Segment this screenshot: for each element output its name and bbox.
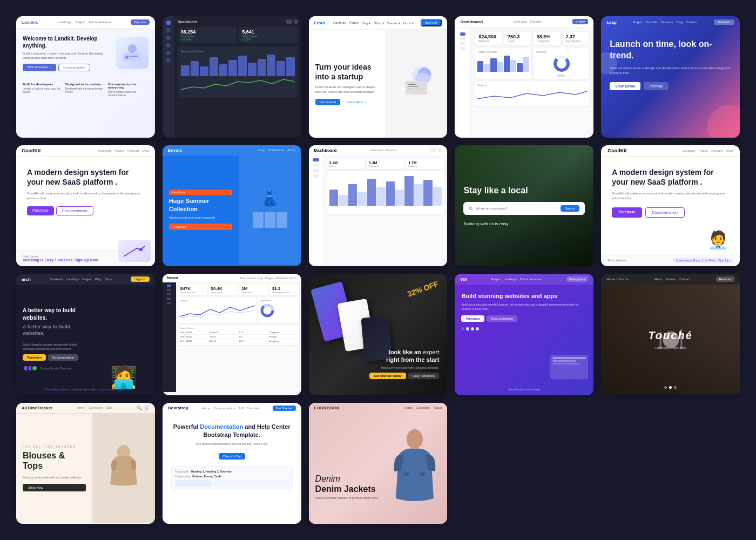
card-dashboard2[interactable]: Dashboard Overview Reports + New — [455, 16, 593, 138]
launch-menu-btn[interactable]: Portfolio — [714, 19, 734, 25]
card-dashboard-dark[interactable]: Dashboard 36,254 Total Sales +18.63% 5,6… — [163, 16, 301, 138]
card-local[interactable]: Stay like a local Search Booking with us… — [455, 145, 593, 267]
goodkit-large-btn1[interactable]: Purchase — [612, 207, 642, 218]
front-btn2[interactable]: Learn More → — [342, 99, 372, 105]
blouses-logo: AllTimeTracker — [22, 406, 52, 410]
arch-signin-btn[interactable]: Sign in — [131, 276, 149, 282]
falcon-logo: falcon — [167, 276, 178, 280]
card-landkit[interactable]: Landkit. Landings Pages Documentation Bu… — [16, 16, 155, 138]
launch-desc: Save countless hours of design and devel… — [610, 66, 731, 76]
kpi-4: 2.37 Avg Session — [563, 32, 590, 45]
card-touche[interactable]: Home - Touché Menu Events Contact Reserv… — [601, 274, 740, 395]
summer-logo: Envato — [168, 148, 183, 153]
card-summer[interactable]: Envato Shop Collections About New Arriva… — [163, 145, 301, 267]
card-analytics[interactable]: Dashboard Overview Reports — [309, 145, 448, 267]
falcon-kpi-1: $47K Gross Revenue — [178, 285, 207, 295]
goodkit-logo: GoodKit — [22, 148, 41, 153]
touche-overlay: Touché A delicious experience — [601, 285, 740, 394]
local-search-btn[interactable]: Search — [561, 205, 579, 212]
stat-box-1: 36,254 Total Sales +18.63% — [178, 27, 237, 43]
summer-btn[interactable]: Features — [169, 224, 232, 230]
goodkit-large-headline: A modern design system for your new SaaS… — [612, 167, 729, 187]
svg-rect-8 — [406, 81, 427, 94]
launch-logo: Leap — [606, 20, 617, 25]
goodkit-btn2[interactable]: Documentation — [56, 206, 93, 215]
card-docs[interactable]: Bootstrap Home Documentation API Tutoria… — [163, 403, 301, 524]
blouses-cart-icon: 🛒 — [144, 406, 150, 410]
card-goodkit[interactable]: GoodKit Landings Pages Account Docs A mo… — [16, 145, 155, 267]
denim-headline: Denim Denim Jackets — [315, 474, 379, 494]
landkit-feature-2: Designed to be modern Designed with the … — [65, 83, 106, 97]
landkit-btn2[interactable]: Documentation — [58, 64, 90, 71]
slider-dot-4 — [476, 327, 479, 330]
arch-headline: A better way to build websites. A better… — [23, 307, 86, 336]
card-blouses[interactable]: AllTimeTracker Home Collection Sale 🔍 🛒 … — [16, 403, 155, 524]
dashboard-chart: Revenue Overview — [178, 46, 298, 98]
card-launch[interactable]: Leap Pages Portfolio Services Blog Conta… — [601, 16, 740, 138]
goodkit-headline: A modern design system for your new SaaS… — [27, 167, 144, 187]
svg-point-18 — [407, 429, 423, 449]
analytics-sidebar — [309, 156, 324, 265]
wa-btn1[interactable]: Purchase — [461, 315, 484, 322]
docs-highlight: Documentation — [200, 423, 243, 430]
wa-btn2[interactable]: Documentation — [487, 315, 517, 322]
svg-point-0 — [128, 44, 137, 53]
dashboard2-logo: Dashboard — [460, 19, 483, 24]
goodkit-robo-text: Robo Advisor — [608, 259, 627, 262]
svg-point-19 — [403, 472, 410, 476]
kpi-2: 760.3 Users — [504, 32, 531, 45]
local-search-bar[interactable]: Search — [463, 202, 585, 215]
arch-btn2[interactable]: Documentation — [48, 354, 78, 361]
arch-desc: Build a beautiful, modern website with f… — [23, 343, 86, 351]
local-search-input[interactable] — [475, 207, 558, 210]
falcon-chart: Revenue — [178, 298, 256, 323]
svg-point-20 — [420, 472, 426, 476]
sidebar-icon-3 — [166, 43, 171, 48]
analytics-big-chart — [327, 171, 444, 214]
docs-cta-btn[interactable]: Check It Out — [219, 453, 245, 460]
d2-sidebar-4 — [460, 47, 465, 50]
d2-chart-bar: Traffic Channels — [475, 48, 531, 79]
card-wa[interactable]: WA Pages Landings Documentation Developm… — [455, 274, 593, 395]
goodkit-large-btn2[interactable]: Documentation — [645, 207, 685, 218]
summer-tag: New Arrival — [169, 190, 232, 195]
blouses-shop-btn[interactable]: Shop Now — [23, 484, 86, 491]
d2-sidebar-2 — [460, 37, 465, 40]
arch-btn1[interactable]: Purchase — [23, 354, 46, 361]
slider-dot-2 — [466, 327, 469, 330]
landkit-btn1[interactable]: View all pages → — [23, 64, 56, 71]
front-btn1[interactable]: Get Started — [315, 99, 341, 105]
arch-hero-person: 🧑‍💻 — [92, 285, 155, 394]
wa-badge: Development — [566, 276, 588, 282]
card-goodkit-large[interactable]: GoodKit Landings Pages Account Docs A mo… — [601, 145, 740, 267]
summer-desc: Professional and clean template — [169, 216, 232, 219]
front-logo: Front — [314, 21, 325, 25]
d2-sidebar-3 — [460, 42, 465, 45]
launch-btn1[interactable]: View Demo — [610, 82, 640, 90]
landkit-feature-1: Built for developers Landkit is built to… — [23, 83, 63, 97]
front-headline: Turn your ideas into a startup — [315, 62, 379, 82]
launch-btn2[interactable]: Portfolio — [644, 82, 669, 90]
wa-headline: Build stunning websites and apps — [461, 292, 587, 300]
expert-btn2[interactable]: View Templates — [408, 373, 440, 379]
touche-reserve-btn[interactable]: Reserve — [716, 276, 734, 282]
falcon-kpi-4: $1.2 Revenue per visit — [270, 285, 299, 295]
local-headline: Stay like a local — [463, 185, 585, 197]
touche-bottom — [601, 386, 740, 390]
front-buy-btn[interactable]: Buy now — [421, 19, 442, 26]
card-front[interactable]: Front Landings Pages Blog ▾ Shop ▾ Demos… — [309, 16, 448, 138]
wa-nav: Pages Landings Documentation — [491, 278, 542, 281]
card-falcon[interactable]: falcon Dashboard App Pages Modules Docs — [163, 274, 301, 395]
card-denim[interactable]: LOOKBOOK Home Collection About — [309, 403, 448, 524]
docs-nav-btn[interactable]: Get Started — [273, 406, 296, 411]
card-arch[interactable]: arch Business Landings Pages Blog Docs S… — [16, 274, 155, 395]
goodkit-pill: Investing is Easy. Low Fees. Sign Up. — [673, 258, 733, 263]
card-expert[interactable]: look like an expertright from the start … — [309, 274, 448, 395]
investing-illustration — [118, 240, 151, 262]
goodkit-btn1[interactable]: Purchase — [27, 206, 54, 215]
expert-btn1[interactable]: Get Started Today — [369, 373, 406, 379]
landkit-buy-btn[interactable]: Buy now — [131, 19, 150, 25]
slider-dot-1 — [461, 327, 464, 330]
landkit-feature-3: Documentation for everything We've writt… — [108, 83, 148, 97]
dashboard2-btn[interactable]: + New — [572, 19, 588, 24]
